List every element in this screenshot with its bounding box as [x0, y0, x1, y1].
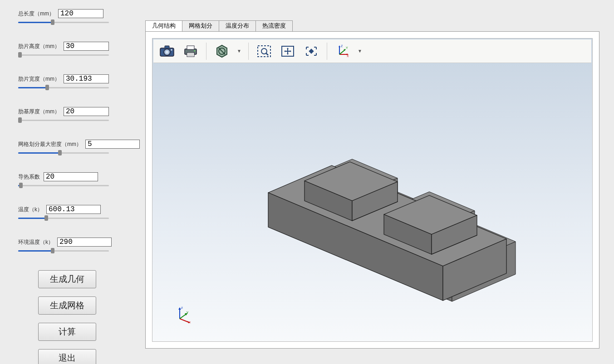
- param-label: 环境温度（k）: [18, 238, 54, 246]
- svg-text:X: X: [347, 54, 349, 58]
- svg-line-50: [180, 314, 186, 319]
- param-label: 总长度（mm）: [18, 10, 54, 18]
- compute-button[interactable]: 计算: [38, 323, 96, 341]
- svg-rect-14: [258, 46, 270, 57]
- orientation-axes-icon: z y x: [175, 305, 193, 323]
- param-label: 肋片宽度（mm）: [18, 75, 60, 83]
- param-input[interactable]: [58, 9, 103, 18]
- viewport-toolbar: ▼ Z Y: [153, 39, 591, 63]
- param-group: 肋片高度（mm）: [18, 42, 116, 56]
- param-group: 总长度（mm）: [18, 9, 116, 24]
- canvas-panel: ▼ Z Y: [145, 31, 599, 349]
- svg-text:y: y: [187, 310, 188, 314]
- svg-rect-1: [165, 46, 169, 49]
- svg-line-21: [339, 50, 345, 54]
- param-group: 导热系数: [18, 172, 116, 187]
- svg-text:Y: Y: [346, 46, 348, 49]
- generate-geometry-button[interactable]: 生成几何: [38, 270, 96, 288]
- generate-mesh-button[interactable]: 生成网格: [38, 296, 96, 315]
- param-label: 肋基厚度（mm）: [18, 108, 60, 116]
- viewport-3d[interactable]: ▼ Z Y: [152, 38, 593, 342]
- param-label: 温度（k）: [18, 206, 43, 214]
- exit-button[interactable]: 退出: [38, 349, 96, 364]
- param-input[interactable]: [46, 205, 101, 214]
- parameter-sidebar: 总长度（mm）肋片高度（mm）肋片宽度（mm）肋基厚度（mm）网格划分最大密度（…: [0, 0, 129, 364]
- svg-text:z: z: [181, 306, 183, 310]
- param-group: 网格划分最大密度（mm）: [18, 140, 116, 154]
- param-slider[interactable]: [18, 86, 109, 89]
- tab-2[interactable]: 温度分布: [219, 20, 256, 31]
- print-icon[interactable]: [181, 41, 201, 61]
- action-button-column: 生成几何 生成网格 计算 退出: [18, 270, 116, 364]
- toolbar-separator: [327, 43, 327, 60]
- svg-line-16: [266, 53, 268, 55]
- pan-icon[interactable]: [278, 41, 298, 61]
- svg-rect-6: [187, 46, 194, 49]
- param-slider[interactable]: [18, 217, 109, 219]
- param-slider[interactable]: [18, 53, 109, 56]
- geometry-model-overlay: [216, 102, 543, 320]
- svg-text:Z: Z: [341, 44, 343, 48]
- axes-dropdown-icon[interactable]: ▼: [356, 49, 363, 53]
- tab-1[interactable]: 网格划分: [182, 20, 219, 31]
- tab-0[interactable]: 几何结构: [145, 20, 182, 31]
- svg-point-3: [166, 50, 169, 53]
- param-input[interactable]: [44, 172, 98, 181]
- param-group: 温度（k）: [18, 205, 116, 219]
- tab-3[interactable]: 热流密度: [255, 20, 293, 31]
- param-input[interactable]: [85, 140, 140, 149]
- hex-dropdown-icon[interactable]: ▼: [236, 49, 243, 53]
- param-slider[interactable]: [18, 119, 109, 121]
- param-slider[interactable]: [18, 249, 109, 252]
- param-group: 肋基厚度（mm）: [18, 107, 116, 121]
- param-input[interactable]: [57, 238, 112, 247]
- svg-rect-7: [187, 53, 194, 57]
- param-slider[interactable]: [18, 184, 109, 187]
- zoom-box-icon[interactable]: [254, 41, 274, 61]
- view-tabs: 几何结构网格划分温度分布热流密度: [145, 20, 600, 31]
- svg-line-49: [180, 319, 189, 322]
- param-label: 导热系数: [18, 173, 40, 181]
- hex-icon[interactable]: [212, 41, 232, 61]
- toolbar-separator: [248, 43, 249, 60]
- param-group: 肋片宽度（mm）: [18, 74, 116, 89]
- svg-rect-18: [309, 49, 314, 53]
- param-label: 网格划分最大密度（mm）: [18, 141, 82, 148]
- camera-icon[interactable]: [157, 41, 177, 61]
- param-group: 环境温度（k）: [18, 238, 116, 252]
- param-input[interactable]: [64, 74, 109, 83]
- toolbar-separator: [206, 43, 206, 60]
- svg-point-4: [171, 49, 172, 50]
- svg-text:x: x: [189, 320, 191, 323]
- param-label: 肋片高度（mm）: [18, 43, 60, 50]
- param-slider[interactable]: [18, 21, 109, 24]
- param-slider[interactable]: [18, 151, 109, 154]
- axes-icon[interactable]: Z Y X: [333, 41, 353, 61]
- param-input[interactable]: [64, 42, 109, 51]
- param-input[interactable]: [64, 107, 109, 116]
- svg-point-10: [194, 50, 196, 51]
- fit-icon[interactable]: [301, 41, 321, 61]
- view-area: 几何结构网格划分温度分布热流密度 ▼: [145, 20, 600, 348]
